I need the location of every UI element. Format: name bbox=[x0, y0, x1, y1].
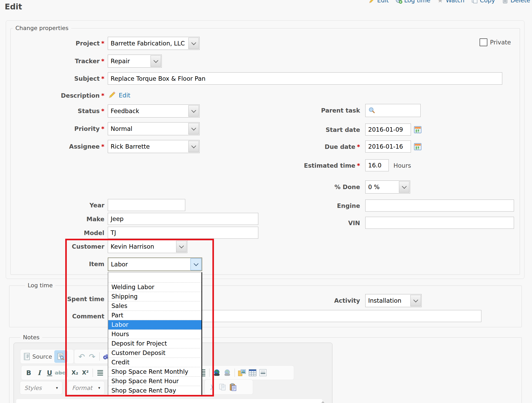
star-icon: ★ bbox=[437, 0, 444, 4]
copy-pages-icon[interactable] bbox=[217, 381, 228, 393]
insert-hr-icon[interactable] bbox=[258, 367, 268, 378]
chevron-down-icon[interactable] bbox=[151, 55, 161, 67]
delete-action-label: Delete bbox=[510, 0, 530, 4]
model-input[interactable]: TJ bbox=[108, 227, 258, 239]
vin-input[interactable] bbox=[365, 217, 514, 229]
notes-legend: Notes bbox=[20, 334, 42, 341]
activity-select[interactable]: Installation bbox=[365, 294, 422, 307]
clock-add-icon bbox=[396, 0, 402, 4]
change-properties-legend: Change properties bbox=[13, 25, 71, 31]
engine-label: Engine bbox=[271, 202, 360, 209]
tracker-label: Tracker* bbox=[16, 58, 104, 65]
assignee-select[interactable]: Rick Barrette bbox=[108, 140, 200, 153]
status-select[interactable]: Feedback bbox=[108, 104, 200, 118]
styles-combo[interactable]: Styles▾ bbox=[20, 381, 62, 395]
project-label: Project* bbox=[16, 40, 104, 47]
trash-icon bbox=[502, 0, 509, 4]
year-label: Year bbox=[16, 202, 104, 209]
source-button[interactable]: Source bbox=[32, 353, 52, 360]
log-time-action-label: Log time bbox=[404, 0, 430, 4]
subject-label: Subject* bbox=[16, 75, 104, 82]
chevron-down-icon[interactable] bbox=[399, 181, 409, 193]
private-label: Private bbox=[490, 39, 511, 46]
delete-action[interactable]: Delete bbox=[502, 0, 530, 4]
estimated-time-input[interactable]: 16.0 bbox=[365, 159, 389, 171]
make-input[interactable]: Jeep bbox=[108, 213, 258, 225]
watch-action-label: Watch bbox=[446, 0, 464, 4]
start-date-input[interactable]: 2016-01-09 bbox=[365, 124, 411, 136]
start-date-label: Start date bbox=[271, 126, 360, 133]
copy-icon bbox=[471, 0, 478, 4]
status-label: Status* bbox=[16, 108, 104, 114]
log-time-action[interactable]: Log time bbox=[396, 0, 430, 4]
edit-action[interactable]: Edit bbox=[369, 0, 389, 4]
activity-label: Activity bbox=[271, 297, 360, 304]
underline-icon[interactable]: U bbox=[44, 367, 55, 378]
magnifier-icon bbox=[368, 107, 375, 115]
context-action-bar: Edit Log time ★ Watch Copy Delete bbox=[369, 0, 530, 4]
model-label: Model bbox=[16, 230, 104, 236]
unlink-icon[interactable] bbox=[222, 367, 232, 378]
calendar-icon[interactable] bbox=[414, 142, 422, 152]
priority-select[interactable]: Normal bbox=[108, 122, 200, 135]
make-label: Make bbox=[16, 216, 104, 223]
estimated-time-label: Estimated time* bbox=[271, 162, 360, 169]
paste-icon[interactable] bbox=[228, 381, 238, 393]
scroll-up-icon[interactable] bbox=[319, 399, 327, 403]
edit-action-label: Edit bbox=[377, 0, 389, 4]
tracker-select[interactable]: Repair bbox=[108, 55, 162, 68]
project-select[interactable]: Barrette Fabrication, LLC bbox=[108, 37, 200, 50]
annotation-rectangle bbox=[65, 239, 214, 396]
page-title: Edit bbox=[5, 2, 22, 11]
image-icon[interactable] bbox=[237, 367, 247, 378]
due-date-label: Due date* bbox=[271, 143, 360, 150]
pencil-icon bbox=[369, 0, 375, 4]
assignee-label: Assignee* bbox=[16, 143, 104, 150]
log-time-legend: Log time bbox=[25, 282, 55, 289]
bold-icon[interactable]: B bbox=[23, 367, 34, 378]
source-doc-icon bbox=[22, 351, 32, 362]
description-edit-link[interactable]: Edit bbox=[119, 92, 130, 99]
chevron-down-icon[interactable] bbox=[188, 105, 199, 117]
copy-action[interactable]: Copy bbox=[471, 0, 495, 4]
parent-task-label: Parent task bbox=[271, 107, 360, 114]
copy-action-label: Copy bbox=[480, 0, 495, 4]
combo-arrow-icon: ▾ bbox=[56, 386, 58, 390]
editor-content-area[interactable] bbox=[16, 399, 322, 403]
private-checkbox[interactable] bbox=[480, 38, 487, 46]
parent-task-input[interactable] bbox=[365, 104, 421, 117]
estimated-time-suffix: Hours bbox=[393, 162, 411, 169]
percent-done-select[interactable]: 0 % bbox=[365, 180, 410, 194]
strikethrough-icon[interactable]: abc bbox=[55, 367, 65, 378]
subject-input[interactable]: Replace Torque Box & Floor Pan bbox=[108, 72, 502, 85]
vin-label: VIN bbox=[271, 220, 360, 226]
table-icon[interactable] bbox=[247, 367, 258, 378]
watch-action[interactable]: ★ Watch bbox=[437, 0, 464, 4]
chevron-down-icon[interactable] bbox=[188, 123, 199, 135]
description-label: Description* bbox=[16, 92, 104, 99]
chevron-down-icon[interactable] bbox=[410, 295, 421, 306]
priority-label: Priority* bbox=[16, 125, 104, 132]
change-properties-fieldset: Change properties bbox=[10, 28, 520, 275]
issue-edit-page: Edit Log time ★ Watch Copy Delete Edit C… bbox=[0, 0, 532, 403]
chevron-down-icon[interactable] bbox=[188, 141, 199, 152]
chevron-down-icon[interactable] bbox=[188, 38, 199, 49]
due-date-input[interactable]: 2016-01-16 bbox=[365, 141, 411, 153]
year-input[interactable] bbox=[108, 199, 185, 211]
percent-done-label: % Done bbox=[271, 184, 360, 190]
italic-icon[interactable]: I bbox=[34, 367, 44, 378]
calendar-icon[interactable] bbox=[414, 125, 422, 135]
pencil-icon bbox=[108, 91, 116, 100]
engine-input[interactable] bbox=[365, 200, 514, 212]
